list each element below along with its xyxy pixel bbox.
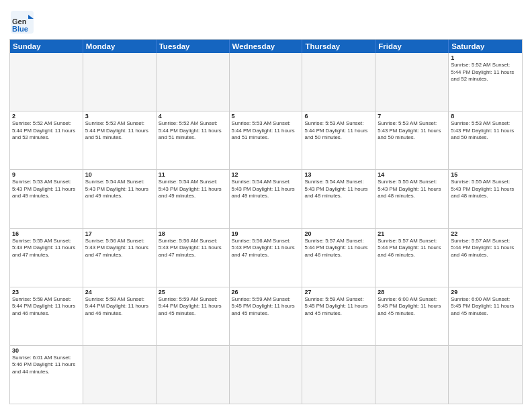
cell-info: Sunrise: 5:52 AM Sunset: 5:44 PM Dayligh… — [12, 120, 81, 142]
cell-info: Sunrise: 5:53 AM Sunset: 5:43 PM Dayligh… — [378, 120, 446, 142]
cell-info: Sunrise: 5:54 AM Sunset: 5:43 PM Dayligh… — [304, 179, 373, 200]
calendar-cell: 25Sunrise: 5:59 AM Sunset: 5:44 PM Dayli… — [157, 287, 230, 345]
day-number: 12 — [232, 171, 300, 178]
calendar-cell: 13Sunrise: 5:54 AM Sunset: 5:43 PM Dayli… — [302, 170, 375, 228]
calendar-cell: 3Sunrise: 5:52 AM Sunset: 5:44 PM Daylig… — [83, 111, 157, 169]
calendar-cell — [157, 346, 230, 404]
day-number: 28 — [378, 289, 446, 295]
cell-info: Sunrise: 5:59 AM Sunset: 5:44 PM Dayligh… — [159, 296, 227, 318]
day-number: 4 — [159, 113, 227, 120]
cell-info: Sunrise: 5:53 AM Sunset: 5:44 PM Dayligh… — [304, 120, 373, 142]
day-number: 6 — [304, 113, 373, 120]
calendar-cell — [230, 53, 303, 111]
calendar-cell: 10Sunrise: 5:54 AM Sunset: 5:43 PM Dayli… — [83, 170, 157, 228]
cell-info: Sunrise: 5:53 AM Sunset: 5:43 PM Dayligh… — [451, 120, 520, 142]
day-number: 11 — [159, 171, 227, 178]
calendar-cell: 1Sunrise: 5:52 AM Sunset: 5:44 PM Daylig… — [449, 53, 522, 111]
day-number: 16 — [12, 230, 81, 237]
weekday-header-sunday: Sunday — [10, 40, 83, 53]
cell-info: Sunrise: 6:01 AM Sunset: 5:46 PM Dayligh… — [12, 355, 81, 376]
day-number: 22 — [451, 230, 520, 237]
calendar-cell: 17Sunrise: 5:56 AM Sunset: 5:43 PM Dayli… — [83, 229, 157, 287]
calendar-cell: 9Sunrise: 5:53 AM Sunset: 5:43 PM Daylig… — [10, 170, 83, 228]
day-number: 18 — [159, 230, 227, 237]
day-number: 9 — [12, 171, 81, 178]
calendar-cell: 21Sunrise: 5:57 AM Sunset: 5:44 PM Dayli… — [375, 229, 449, 287]
cell-info: Sunrise: 5:55 AM Sunset: 5:43 PM Dayligh… — [378, 179, 446, 200]
calendar-cell — [10, 53, 83, 111]
calendar-cell: 11Sunrise: 5:54 AM Sunset: 5:43 PM Dayli… — [157, 170, 230, 228]
calendar-cell: 22Sunrise: 5:57 AM Sunset: 5:44 PM Dayli… — [449, 229, 522, 287]
calendar-cell: 12Sunrise: 5:54 AM Sunset: 5:43 PM Dayli… — [230, 170, 303, 228]
day-number: 30 — [12, 347, 81, 354]
day-number: 29 — [451, 289, 520, 295]
calendar-row-3: 16Sunrise: 5:55 AM Sunset: 5:43 PM Dayli… — [10, 229, 522, 287]
header: Gen Blue — [9, 7, 523, 35]
weekday-header-thursday: Thursday — [302, 40, 375, 53]
weekday-header-monday: Monday — [83, 40, 157, 53]
calendar-cell: 23Sunrise: 5:58 AM Sunset: 5:44 PM Dayli… — [10, 287, 83, 345]
cell-info: Sunrise: 5:59 AM Sunset: 5:45 PM Dayligh… — [232, 296, 300, 318]
calendar-cell: 30Sunrise: 6:01 AM Sunset: 5:46 PM Dayli… — [10, 346, 83, 404]
cell-info: Sunrise: 5:55 AM Sunset: 5:43 PM Dayligh… — [451, 179, 520, 200]
cell-info: Sunrise: 5:52 AM Sunset: 5:44 PM Dayligh… — [451, 62, 520, 83]
calendar-cell: 8Sunrise: 5:53 AM Sunset: 5:43 PM Daylig… — [449, 111, 522, 169]
calendar-cell: 19Sunrise: 5:56 AM Sunset: 5:43 PM Dayli… — [230, 229, 303, 287]
calendar-cell: 5Sunrise: 5:53 AM Sunset: 5:44 PM Daylig… — [230, 111, 303, 169]
calendar-cell: 7Sunrise: 5:53 AM Sunset: 5:43 PM Daylig… — [375, 111, 449, 169]
day-number: 26 — [232, 289, 300, 295]
weekday-header-wednesday: Wednesday — [230, 40, 303, 53]
day-number: 7 — [378, 113, 446, 120]
day-number: 25 — [159, 289, 227, 295]
cell-info: Sunrise: 5:56 AM Sunset: 5:43 PM Dayligh… — [159, 238, 227, 259]
calendar-cell — [302, 346, 375, 404]
cell-info: Sunrise: 5:53 AM Sunset: 5:43 PM Dayligh… — [12, 179, 81, 200]
cell-info: Sunrise: 5:57 AM Sunset: 5:44 PM Dayligh… — [304, 238, 373, 259]
calendar-header: SundayMondayTuesdayWednesdayThursdayFrid… — [10, 40, 522, 53]
day-number: 10 — [85, 171, 154, 178]
calendar-cell: 18Sunrise: 5:56 AM Sunset: 5:43 PM Dayli… — [157, 229, 230, 287]
cell-info: Sunrise: 5:54 AM Sunset: 5:43 PM Dayligh… — [159, 179, 227, 200]
cell-info: Sunrise: 5:56 AM Sunset: 5:43 PM Dayligh… — [232, 238, 300, 259]
calendar-cell — [302, 53, 375, 111]
calendar-cell: 27Sunrise: 5:59 AM Sunset: 5:45 PM Dayli… — [302, 287, 375, 345]
calendar: SundayMondayTuesdayWednesdayThursdayFrid… — [9, 39, 523, 404]
page: Gen Blue SundayMondayTuesdayWednesdayThu… — [0, 0, 532, 411]
day-number: 8 — [451, 113, 520, 120]
day-number: 20 — [304, 230, 373, 237]
calendar-row-1: 2Sunrise: 5:52 AM Sunset: 5:44 PM Daylig… — [10, 111, 522, 170]
calendar-cell — [83, 53, 157, 111]
calendar-cell — [375, 53, 449, 111]
cell-info: Sunrise: 6:00 AM Sunset: 5:45 PM Dayligh… — [378, 296, 446, 318]
cell-info: Sunrise: 5:58 AM Sunset: 5:44 PM Dayligh… — [12, 296, 81, 318]
day-number: 15 — [451, 171, 520, 178]
calendar-cell: 4Sunrise: 5:52 AM Sunset: 5:44 PM Daylig… — [157, 111, 230, 169]
day-number: 19 — [232, 230, 300, 237]
calendar-cell: 16Sunrise: 5:55 AM Sunset: 5:43 PM Dayli… — [10, 229, 83, 287]
calendar-cell: 29Sunrise: 6:00 AM Sunset: 5:45 PM Dayli… — [449, 287, 522, 345]
cell-info: Sunrise: 5:56 AM Sunset: 5:43 PM Dayligh… — [85, 238, 154, 259]
calendar-cell: 14Sunrise: 5:55 AM Sunset: 5:43 PM Dayli… — [375, 170, 449, 228]
cell-info: Sunrise: 5:57 AM Sunset: 5:44 PM Dayligh… — [451, 238, 520, 259]
calendar-cell: 20Sunrise: 5:57 AM Sunset: 5:44 PM Dayli… — [302, 229, 375, 287]
day-number: 1 — [451, 54, 520, 61]
weekday-header-friday: Friday — [375, 40, 449, 53]
calendar-cell: 24Sunrise: 5:58 AM Sunset: 5:44 PM Dayli… — [83, 287, 157, 345]
calendar-row-2: 9Sunrise: 5:53 AM Sunset: 5:43 PM Daylig… — [10, 170, 522, 228]
day-number: 17 — [85, 230, 154, 237]
calendar-cell — [449, 346, 522, 404]
calendar-cell — [157, 53, 230, 111]
calendar-cell: 15Sunrise: 5:55 AM Sunset: 5:43 PM Dayli… — [449, 170, 522, 228]
calendar-cell: 6Sunrise: 5:53 AM Sunset: 5:44 PM Daylig… — [302, 111, 375, 169]
day-number: 24 — [85, 289, 154, 295]
cell-info: Sunrise: 5:54 AM Sunset: 5:43 PM Dayligh… — [85, 179, 154, 200]
cell-info: Sunrise: 5:59 AM Sunset: 5:45 PM Dayligh… — [304, 296, 373, 318]
cell-info: Sunrise: 5:55 AM Sunset: 5:43 PM Dayligh… — [12, 238, 81, 259]
day-number: 21 — [378, 230, 446, 237]
cell-info: Sunrise: 5:57 AM Sunset: 5:44 PM Dayligh… — [378, 238, 446, 259]
calendar-cell — [375, 346, 449, 404]
calendar-cell: 28Sunrise: 6:00 AM Sunset: 5:45 PM Dayli… — [375, 287, 449, 345]
weekday-header-saturday: Saturday — [449, 40, 522, 53]
cell-info: Sunrise: 6:00 AM Sunset: 5:45 PM Dayligh… — [451, 296, 520, 318]
calendar-row-5: 30Sunrise: 6:01 AM Sunset: 5:46 PM Dayli… — [10, 346, 522, 404]
